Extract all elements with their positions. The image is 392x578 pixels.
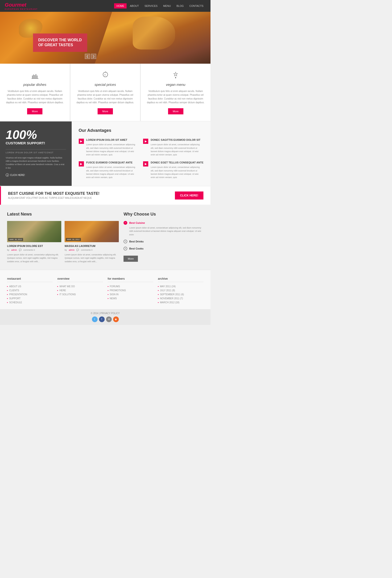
customer-support-text: Vivamus vel eros eget magna volutpat sag… (6, 156, 66, 170)
advantages-box: Our Advantages ▶ LOREM IPSUM DOLOR SIT A… (72, 121, 211, 186)
hero-arrows: ❮ ❯ (85, 54, 96, 59)
svg-text:$: $ (104, 74, 106, 76)
popular-dishes-text: Vestibulum quis felis ut enim aliquam ia… (5, 89, 65, 104)
advantage-item-2: ▶ DONEC SAGITTIS EUISMOD DOLOR SIT Lorem… (143, 138, 203, 157)
customer-support-box: 100% CUSTOMER SUPPORT! LOREM IPSUM DOLOR… (0, 121, 72, 186)
footer-news-link[interactable]: NEWS (108, 296, 153, 300)
footer-schedule-link[interactable]: SCHEDULE (7, 300, 52, 304)
hero-next-arrow[interactable]: ❯ (91, 54, 96, 59)
customer-support-title: CUSTOMER SUPPORT! (6, 141, 66, 145)
news-item-title-1: LOREM IPSUM DOLORE EST (7, 244, 61, 247)
news-author-1: admin (11, 249, 17, 251)
nav-contacts[interactable]: CONTACTS (187, 3, 206, 8)
nav-about[interactable]: ABOUT (128, 3, 141, 8)
footer-archive-title: archive (158, 277, 203, 282)
advantage-arrow-2: ▶ (143, 139, 148, 144)
feature-special-prices: $ special prices Vestibulum quis felis u… (71, 64, 140, 121)
footer-col-restaurant: restaurant ABOUT US CLIENTS PRESENTATION… (7, 277, 52, 304)
customer-support-link[interactable]: ● CLICK HERE! (6, 173, 66, 177)
footer-clients-link[interactable]: CLIENTS (7, 289, 52, 292)
footer-archive-mar2012[interactable]: MARCH 2012 (18) (158, 300, 203, 304)
advantage-title-3: FUSCE EUISMOD CONSEQUAT ANTE (86, 161, 139, 164)
cuisine-banner: BEST CUISINE FOR THE MOST EXQUISITE TAST… (0, 186, 211, 205)
why-item-best-cuisine: − Best Cuisine Lorem ipsum dolor sit ame… (124, 221, 203, 236)
footer-promotions-link[interactable]: PROMOTIONS (108, 289, 153, 292)
twitter-icon[interactable]: t (92, 316, 98, 322)
footer-sign-in-link[interactable]: SIGN IN (108, 292, 153, 296)
footer-support-link[interactable]: SUPPORT (7, 296, 52, 300)
why-item-header-3[interactable]: + Best Cooks (124, 247, 203, 250)
advantage-text-3: Lorem ipsum dolor sit amet, consectetuer… (86, 166, 139, 179)
advantage-item-3: ▶ FUSCE EUISMOD CONSEQUAT ANTE Lorem ips… (79, 161, 139, 179)
banner-title: BEST CUISINE FOR THE MOST EXQUISITE TAST… (8, 192, 99, 196)
hero-overlay-box: DISCOVER THE WORLD OF GREAT TASTES (33, 34, 87, 52)
features-section: popular dishes Vestibulum quis felis ut … (0, 64, 211, 121)
advantage-text-1: Lorem ipsum dolor sit amet, consectetuer… (86, 143, 139, 157)
email-icon[interactable]: ✉ (106, 316, 112, 322)
banner-subtitle: ALIQUAM ERAT VOLUTPAT DUIS AC TURPIS EGE… (8, 197, 99, 199)
news-thumbnail-2: MAR. 30, 2012 (65, 221, 119, 242)
advantage-title-4: DONEC EGET TELLUS CONSEQUAT ANTE (151, 161, 203, 164)
news-body-2: Lorem ipsum dolor sit amet, consectetur … (65, 253, 119, 263)
why-choose-more-btn[interactable]: More (124, 256, 138, 262)
why-item-label-1: Best Cuisine (129, 221, 145, 224)
nav-menu[interactable]: MENU (161, 3, 173, 8)
advantage-title-1: LOREM IPSUM DOLOR SIT AMET (86, 138, 139, 142)
nav-blog[interactable]: BLOG (174, 3, 186, 8)
footer-about-us-link[interactable]: ABOUT US (7, 285, 52, 289)
footer-archive-may2011[interactable]: MAY 2011 (24) (158, 285, 203, 289)
advantages-section: 100% CUSTOMER SUPPORT! LOREM IPSUM DOLOR… (0, 121, 211, 186)
footer-it-solutions-link[interactable]: IT SOLUTIONS (57, 292, 103, 296)
hero-prev-arrow[interactable]: ❮ (85, 54, 90, 59)
latest-news: Latest News MAR. 30, 2012 LOREM IPSUM DO… (7, 212, 119, 263)
rss-icon[interactable]: ◉ (113, 316, 119, 322)
svg-rect-3 (36, 74, 36, 78)
news-date-badge-2: MAR. 30, 2012 (66, 238, 81, 241)
logo-subtitle: EUROPEAN RESTAURANT (5, 8, 38, 10)
footer-archive-nov2011[interactable]: NOVEMBER 2011 (7) (158, 296, 203, 300)
vegan-menu-more-btn[interactable]: More (168, 108, 183, 114)
footer: restaurant ABOUT US CLIENTS PRESENTATION… (0, 270, 211, 325)
vegan-menu-icon (145, 70, 206, 80)
news-by-label-1: by (7, 249, 9, 251)
footer-archive-jul2011[interactable]: JULY 2011 (8) (158, 289, 203, 292)
banner-click-here-btn[interactable]: CLICK HERE! (175, 192, 203, 199)
why-body-1: Lorem ipsum dolor sit amet, consectetuer… (129, 226, 203, 236)
advantages-grid: ▶ LOREM IPSUM DOLOR SIT AMET Lorem ipsum… (79, 138, 203, 179)
special-prices-title: special prices (75, 83, 135, 87)
feature-popular-dishes: popular dishes Vestibulum quis felis ut … (0, 64, 70, 121)
facebook-icon[interactable]: f (99, 316, 105, 322)
why-item-best-drinks: + Best Drinks (124, 240, 203, 243)
vegan-menu-title: vegan menu (145, 83, 206, 87)
popular-dishes-more-btn[interactable]: More (27, 108, 43, 114)
feature-vegan-menu: vegan menu Vestibulum quis felis ut enim… (141, 64, 211, 121)
popular-dishes-icon (5, 70, 65, 80)
footer-here-link[interactable]: HERE (57, 289, 103, 292)
footer-archive-sep2011[interactable]: SEPTEMBER 2011 (6) (158, 292, 203, 296)
news-grid: MAR. 30, 2012 LOREM IPSUM DOLORE EST by … (7, 221, 119, 263)
footer-col-archive: archive MAY 2011 (24) JULY 2011 (8) SEPT… (158, 277, 203, 304)
nav-home[interactable]: HOME (114, 3, 127, 8)
svg-rect-4 (37, 75, 38, 78)
news-by-label-2: by (65, 249, 67, 251)
why-item-header-1[interactable]: − Best Cuisine (124, 221, 203, 225)
news-why-section: Latest News MAR. 30, 2012 LOREM IPSUM DO… (0, 205, 211, 270)
footer-bottom: © 2014 | PRIVACY POLICY t f ✉ ◉ (0, 309, 211, 325)
logo-g: G (5, 2, 9, 8)
footer-col-members: for members FORUMS PROMOTIONS SIGN IN NE… (108, 277, 153, 304)
special-prices-more-btn[interactable]: More (98, 108, 113, 114)
svg-rect-2 (34, 75, 35, 78)
news-comments-2: comments 0 (81, 249, 92, 251)
advantage-item-4: ▶ DONEC EGET TELLUS CONSEQUAT ANTE Lorem… (143, 161, 203, 179)
news-comment-icon-1: 💬 (19, 249, 21, 251)
footer-forums-link[interactable]: FORUMS (108, 285, 153, 289)
logo: Gourmet EUROPEAN RESTAURANT (5, 2, 38, 10)
footer-presentation-link[interactable]: PRESENTATION (7, 292, 52, 296)
why-item-best-cooks: + Best Cooks (124, 247, 203, 250)
advantage-item-1: ▶ LOREM IPSUM DOLOR SIT AMET Lorem ipsum… (79, 138, 139, 157)
footer-what-we-do-link[interactable]: WHAT WE DO (57, 285, 103, 289)
why-item-header-2[interactable]: + Best Drinks (124, 240, 203, 243)
svg-rect-0 (32, 75, 33, 78)
nav-services[interactable]: SERVICES (142, 3, 160, 8)
why-plus-icon-3: + (124, 247, 127, 250)
